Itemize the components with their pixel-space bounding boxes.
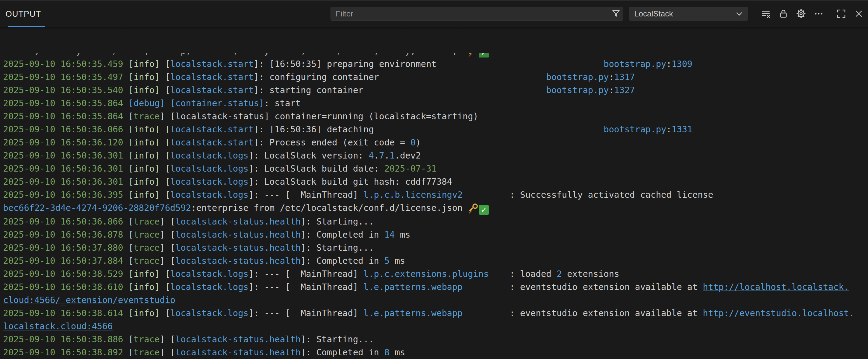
log-text-segment: [ bbox=[160, 164, 170, 174]
log-text-segment: : Successfully activated cached license bbox=[463, 190, 713, 200]
log-text-segment bbox=[123, 124, 128, 134]
log-text-segment: ]: bbox=[249, 308, 264, 318]
log-text-segment: 2025-09-10 16:50:36.301 bbox=[3, 151, 123, 161]
log-area[interactable]: , y / , p, , y , / , y, , ✓2025-09-10 16… bbox=[0, 27, 868, 359]
log-text-segment: --- [ MainThread] bbox=[264, 269, 363, 279]
output-channel-select[interactable]: LocalStack bbox=[629, 7, 748, 21]
log-text-segment: 2025-09-10 16:50:35.497 bbox=[3, 72, 123, 82]
filter-input[interactable] bbox=[331, 9, 609, 19]
log-text-segment: localstack-status.health bbox=[175, 243, 301, 253]
log-text-segment: [ bbox=[123, 256, 134, 266]
tab-output[interactable]: OUTPUT bbox=[5, 1, 41, 27]
log-text-segment: 2025-09-10 16:50:38.529 bbox=[3, 269, 123, 279]
scroll-lock-button[interactable] bbox=[777, 7, 790, 21]
log-text-segment bbox=[123, 151, 128, 161]
log-text-segment bbox=[123, 85, 128, 95]
log-text-segment: ]: bbox=[254, 72, 269, 82]
log-text-segment: 4 bbox=[369, 151, 374, 161]
log-text-segment: 2025-09-10 16:50:38.614 bbox=[3, 308, 123, 318]
log-text-segment: ]: bbox=[254, 85, 269, 95]
more-actions-button[interactable] bbox=[812, 7, 826, 21]
clear-output-button[interactable] bbox=[759, 7, 772, 21]
log-text-segment: 2025-09-10 16:50:37.884 bbox=[3, 256, 123, 266]
log-text-segment: 2025-09-10 16:50:35.864 bbox=[3, 98, 123, 108]
log-text-segment: l.p.c.extensions.plugins bbox=[363, 269, 489, 279]
log-text-segment: . bbox=[374, 151, 379, 161]
log-text-segment: [ bbox=[123, 243, 134, 253]
log-text-segment: 7 bbox=[379, 151, 384, 161]
filter-icon[interactable] bbox=[609, 8, 623, 19]
log-text-segment bbox=[123, 98, 128, 108]
toolbar-divider bbox=[830, 8, 830, 19]
log-text-segment bbox=[123, 164, 128, 174]
log-line: 2025-09-10 16:50:35.864 [debug] [contain… bbox=[3, 97, 868, 110]
log-text-segment: [ bbox=[123, 111, 134, 121]
log-text-segment: l.e.patterns.webapp bbox=[363, 308, 463, 318]
log-text-segment: l.e.patterns.webapp bbox=[363, 282, 463, 292]
log-text-segment: [info] bbox=[128, 137, 160, 148]
log-text-segment bbox=[123, 177, 128, 187]
log-text-segment: 8 bbox=[384, 348, 390, 357]
log-text-segment: ]: Completed in bbox=[301, 348, 384, 357]
maximize-panel-button[interactable] bbox=[835, 7, 848, 21]
log-text-segment: Process ended (exit code = bbox=[269, 137, 410, 148]
log-line: bec66f22-3d4e-4274-9206-28820f76d592:ent… bbox=[3, 201, 868, 215]
log-text-segment: LocalStack version: bbox=[264, 151, 369, 161]
log-text-segment: [info] bbox=[128, 177, 160, 187]
settings-button[interactable] bbox=[794, 7, 808, 21]
log-line: 2025-09-10 16:50:35.540 [info] [localsta… bbox=[3, 84, 868, 97]
log-text-segment: ms bbox=[390, 256, 405, 266]
log-text-segment: [info] bbox=[128, 269, 160, 279]
log-text-segment: 2025-09-10 16:50:35.459 bbox=[3, 59, 123, 69]
log-text-segment: [16:50:36] detaching bbox=[269, 124, 374, 134]
log-text-segment: ]: Completed in bbox=[301, 256, 384, 266]
log-text-segment: : bbox=[666, 59, 672, 69]
log-text-segment: ]: bbox=[249, 151, 264, 161]
log-line-clipped: , y / , p, , y , / , y, , ✓ bbox=[3, 53, 868, 58]
log-text-segment: extensions bbox=[562, 269, 619, 279]
log-text-segment: [container.status] bbox=[170, 98, 264, 108]
log-line: 2025-09-10 16:50:38.614 [info] [localsta… bbox=[3, 307, 868, 320]
log-text-segment: [ bbox=[160, 282, 170, 292]
log-link[interactable]: localstack.cloud:4566 bbox=[3, 321, 113, 331]
log-text-segment: [info] bbox=[128, 164, 160, 174]
log-text-segment: 2025-07-31 bbox=[384, 164, 437, 174]
log-link[interactable]: cloud:4566/_extension/eventstudio bbox=[3, 295, 175, 305]
log-text-segment: ms bbox=[390, 348, 405, 357]
log-text-segment: ]: Starting... bbox=[301, 334, 374, 345]
log-text-segment: localstack.start bbox=[170, 124, 254, 134]
log-text-segment: bec66f22-3d4e-4274-9206-28820f76d592 bbox=[3, 203, 191, 213]
log-text-segment: ]: Starting... bbox=[301, 243, 374, 253]
log-line: 2025-09-10 16:50:37.884 [trace] [localst… bbox=[3, 254, 868, 267]
log-text-segment: : start bbox=[264, 98, 301, 108]
check-icon: ✓ bbox=[479, 205, 489, 215]
log-text-segment: 1 bbox=[390, 151, 395, 161]
log-link[interactable]: http://localhost.localstack. bbox=[703, 282, 849, 292]
log-line-clipped-text: , y / , p, , y , / , y, , ✓ bbox=[3, 53, 868, 58]
log-text-segment: ]: bbox=[254, 124, 269, 134]
log-text-segment: trace bbox=[134, 334, 160, 345]
close-panel-button[interactable] bbox=[852, 7, 866, 21]
log-text-segment bbox=[123, 59, 128, 69]
log-text-segment: : bbox=[609, 85, 614, 95]
log-text-segment: l.p.c.b.licensingv2 bbox=[363, 190, 463, 200]
log-text-segment: localstack.logs bbox=[170, 282, 248, 292]
log-text-segment: localstack-status.health bbox=[175, 217, 301, 227]
log-text-segment: [info] bbox=[128, 72, 160, 82]
log-text-segment: 2025-09-10 16:50:36.866 bbox=[3, 217, 123, 227]
log-text-segment bbox=[436, 59, 603, 69]
log-text-segment: 2025-09-10 16:50:36.066 bbox=[3, 124, 123, 134]
log-link[interactable]: http://eventstudio.localhost. bbox=[703, 308, 854, 318]
log-text-segment: ] [localstack-status] container=running … bbox=[160, 111, 478, 121]
log-text-segment: [ bbox=[160, 269, 170, 279]
log-text-segment: ]: bbox=[249, 164, 264, 174]
chevron-down-icon bbox=[735, 9, 744, 18]
log-text-segment: [info] bbox=[128, 282, 160, 292]
expand-icon bbox=[836, 9, 846, 19]
log-text-segment: 14 bbox=[384, 230, 395, 240]
log-text-segment: LocalStack build git hash: cddf77384 bbox=[264, 177, 452, 187]
log-text-segment bbox=[374, 124, 603, 134]
log-text-segment: [ bbox=[123, 348, 134, 357]
log-text-segment: 5 bbox=[384, 256, 390, 266]
log-line: 2025-09-10 16:50:36.878 [trace] [localst… bbox=[3, 228, 868, 241]
